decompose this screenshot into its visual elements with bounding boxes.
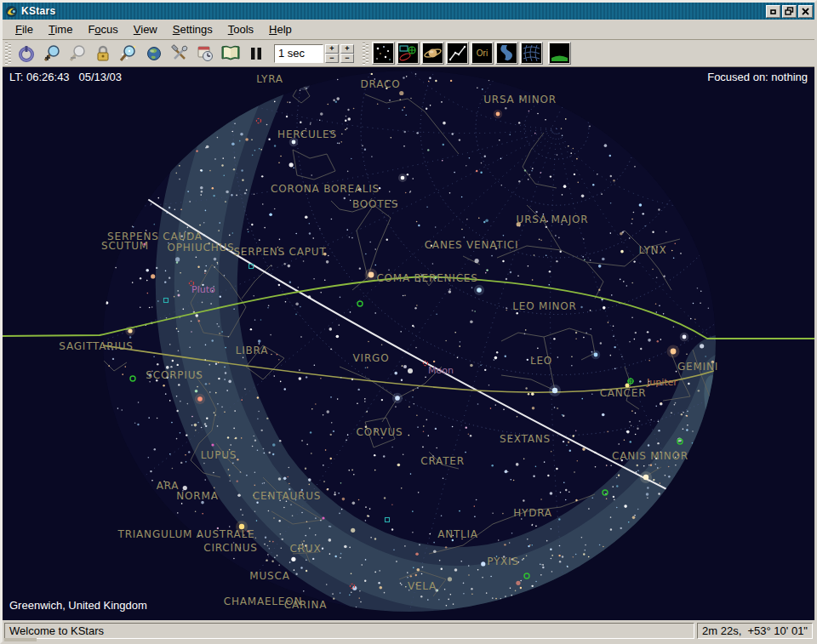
constellation-label: SERPENS CAPUT — [233, 246, 326, 258]
constellation-label: CORVUS — [357, 426, 403, 438]
zoom-in-icon — [43, 44, 61, 63]
constellation-label: OPHIUCHUS — [167, 242, 234, 254]
constellation-label: BOOTES — [352, 198, 398, 210]
constellation-label: SEXTANS — [500, 433, 551, 445]
statusbar: Welcome to KStars 2m 22s, +53° 10' 01" — [3, 620, 814, 641]
timestep-box: + − + − — [274, 44, 354, 63]
constellation-label: CANES VENATICI — [425, 239, 519, 251]
find-object-button[interactable] — [116, 42, 141, 66]
constellation-label: PYXIS — [487, 556, 519, 567]
titlebar[interactable]: KStars — [3, 3, 814, 20]
constellation-label: URSA MAJOR — [517, 214, 589, 225]
timestep-step-down-button[interactable]: − — [340, 54, 354, 63]
toggle-constellation-lines-button[interactable] — [446, 42, 469, 65]
set-time-button[interactable] — [192, 42, 218, 66]
horizon-icon — [550, 43, 569, 63]
zoom-out-icon — [68, 44, 87, 63]
toggle-deep-sky-button[interactable] — [397, 42, 420, 65]
constellation-names-icon: Ori — [472, 43, 492, 63]
sky-canvas[interactable]: PlutoMoonJupiterLYRADRACOURSA MINORHERCU… — [3, 67, 814, 620]
status-coordinates: 2m 22s, +53° 10' 01" — [697, 623, 813, 639]
constellation-lines-icon — [448, 43, 467, 63]
constellation-label: LYRA — [256, 73, 283, 85]
toggle-stars-button[interactable] — [372, 42, 395, 65]
planets-icon — [423, 43, 443, 63]
constellation-label: URSA MINOR — [483, 94, 557, 105]
constellation-label: LIBRA — [236, 345, 269, 356]
lock-tracking-button[interactable] — [90, 42, 116, 66]
constellation-label: CIRCINUS — [203, 542, 257, 554]
ori-label: Ori — [477, 48, 488, 58]
toggle-planets-button[interactable] — [421, 42, 444, 65]
constellation-label: CARINA — [284, 599, 327, 611]
restore-icon — [785, 7, 794, 15]
minimize-button[interactable] — [766, 5, 780, 18]
resize-notch[interactable] — [4, 638, 37, 641]
constellation-label: TRIANGULUM AUSTRALE — [117, 528, 255, 540]
set-time-icon — [196, 44, 214, 63]
handbook-button[interactable] — [218, 42, 243, 66]
menu-help[interactable]: Help — [261, 20, 300, 38]
power-button[interactable] — [14, 42, 39, 66]
focus-info-label: Focused on: nothing — [707, 71, 808, 83]
constellation-label: DRACO — [361, 78, 401, 90]
geo-location-label: Greenwich, United Kingdom — [9, 599, 147, 612]
timestep-step-up-button[interactable]: + — [340, 44, 354, 54]
menu-settings[interactable]: Settings — [165, 20, 220, 38]
toggle-milky-way-button[interactable] — [495, 42, 518, 65]
constellation-label: MUSCA — [249, 570, 289, 582]
status-message: Welcome to KStars — [4, 623, 694, 639]
power-icon — [17, 44, 36, 63]
pluto-dot[interactable] — [178, 294, 180, 297]
constellation-label: LEO — [530, 355, 552, 367]
globe-icon — [145, 44, 163, 63]
constellation-label: CRUX — [290, 543, 322, 555]
view-toolbar-grip[interactable] — [363, 43, 369, 65]
configure-button[interactable] — [167, 42, 192, 66]
jupiter-label: Jupiter — [646, 377, 677, 388]
menu-time[interactable]: Time — [41, 20, 80, 38]
local-time-label: LT: 06:26:43 05/13/03 — [9, 71, 122, 83]
pluto-label: Pluto — [191, 284, 215, 295]
constellation-label: CANIS MINOR — [612, 450, 688, 462]
constellation-label: HYDRA — [513, 507, 552, 519]
constellation-label: LYNX — [639, 244, 667, 256]
menu-view[interactable]: View — [126, 20, 165, 38]
constellation-label: LEO MINOR — [512, 300, 576, 312]
sky-map[interactable]: PlutoMoonJupiterLYRADRACOURSA MINORHERCU… — [3, 67, 814, 620]
constellation-label: CENTAURUS — [253, 490, 321, 502]
timestep-unit-spinner: + − — [325, 44, 339, 63]
timestep-unit-down-button[interactable]: − — [325, 54, 339, 63]
grid-icon — [522, 43, 541, 63]
moon-dot[interactable] — [408, 368, 413, 373]
timestep-input[interactable] — [274, 44, 323, 63]
constellation-label: SAGITTARIUS — [59, 340, 133, 352]
toolbar-grip[interactable] — [5, 43, 11, 65]
zoom-out-button[interactable] — [65, 42, 90, 66]
menu-focus[interactable]: Focus — [80, 20, 125, 38]
pause-clock-button[interactable] — [243, 42, 269, 66]
moon-label: Moon — [428, 365, 454, 376]
constellation-label: CRATER — [420, 455, 465, 467]
constellation-label: SCORPIUS — [146, 369, 203, 381]
toggle-grid-button[interactable] — [520, 42, 543, 65]
close-icon — [802, 8, 809, 15]
constellation-label: COMA BERENICES — [376, 272, 477, 284]
stars-icon — [374, 43, 393, 63]
toggle-constellation-names-button[interactable]: Ori — [471, 42, 494, 65]
constellation-label: SCUTUM — [101, 240, 149, 252]
close-button[interactable] — [798, 5, 813, 18]
constellation-label: ANTLIA — [437, 528, 478, 540]
milky-way-icon — [497, 43, 517, 63]
timestep-step-spinner: + − — [340, 44, 354, 63]
toggle-horizon-button[interactable] — [548, 42, 571, 65]
constellation-label: HERCULES — [277, 128, 337, 140]
zoom-in-button[interactable] — [39, 42, 65, 66]
geographic-location-button[interactable] — [141, 42, 167, 66]
constellation-label: GEMINI — [677, 361, 718, 373]
constellation-label: NORMA — [176, 490, 218, 502]
menu-file[interactable]: File — [8, 20, 41, 38]
timestep-unit-up-button[interactable]: + — [325, 44, 339, 54]
menu-tools[interactable]: Tools — [220, 20, 261, 38]
restore-button[interactable] — [782, 5, 797, 18]
